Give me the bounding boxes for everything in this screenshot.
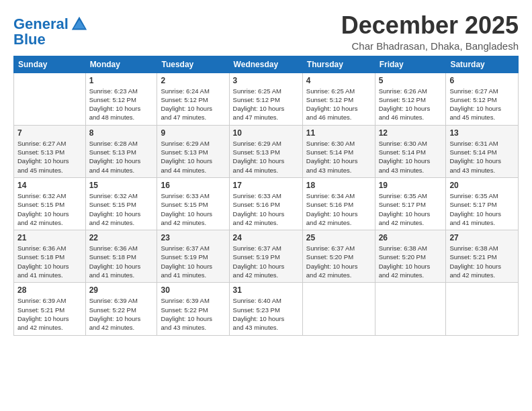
day-number: 27 (449, 233, 515, 242)
page: General Blue December 2025 Char Bhadrasa… (0, 0, 532, 342)
day-info: Sunrise: 6:30 AM Sunset: 5:14 PM Dayligh… (379, 139, 443, 175)
calendar-cell (375, 283, 446, 335)
day-number: 26 (379, 233, 443, 242)
day-number: 31 (233, 285, 299, 295)
day-info: Sunrise: 6:37 AM Sunset: 5:19 PM Dayligh… (161, 244, 225, 279)
day-number: 9 (161, 128, 225, 138)
day-number: 5 (379, 76, 443, 85)
calendar-cell: 8Sunrise: 6:28 AM Sunset: 5:13 PM Daylig… (85, 125, 157, 177)
day-number: 2 (161, 76, 225, 85)
day-info: Sunrise: 6:23 AM Sunset: 5:12 PM Dayligh… (89, 87, 154, 122)
day-info: Sunrise: 6:37 AM Sunset: 5:20 PM Dayligh… (306, 244, 371, 279)
day-number: 22 (89, 233, 154, 242)
calendar-cell: 18Sunrise: 6:34 AM Sunset: 5:16 PM Dayli… (302, 177, 375, 230)
weekday-header-friday: Friday (375, 56, 446, 73)
weekday-header-saturday: Saturday (446, 56, 519, 73)
day-info: Sunrise: 6:32 AM Sunset: 5:15 PM Dayligh… (17, 191, 82, 227)
calendar-cell: 12Sunrise: 6:30 AM Sunset: 5:14 PM Dayli… (375, 125, 446, 177)
day-info: Sunrise: 6:39 AM Sunset: 5:21 PM Dayligh… (17, 296, 82, 332)
day-number: 3 (233, 76, 299, 85)
weekday-header-sunday: Sunday (14, 56, 86, 73)
day-number: 17 (233, 181, 299, 190)
calendar-cell: 13Sunrise: 6:31 AM Sunset: 5:14 PM Dayli… (446, 125, 519, 177)
week-row-4: 21Sunrise: 6:36 AM Sunset: 5:18 PM Dayli… (14, 230, 519, 283)
day-info: Sunrise: 6:29 AM Sunset: 5:13 PM Dayligh… (161, 139, 225, 175)
day-number: 14 (17, 181, 82, 190)
calendar-cell: 17Sunrise: 6:33 AM Sunset: 5:16 PM Dayli… (229, 177, 302, 230)
location-title: Char Bhadrasan, Dhaka, Bangladesh (341, 40, 519, 52)
day-info: Sunrise: 6:33 AM Sunset: 5:16 PM Dayligh… (233, 191, 299, 227)
calendar-cell: 24Sunrise: 6:37 AM Sunset: 5:19 PM Dayli… (229, 230, 302, 283)
day-info: Sunrise: 6:35 AM Sunset: 5:17 PM Dayligh… (379, 191, 443, 227)
day-info: Sunrise: 6:30 AM Sunset: 5:14 PM Dayligh… (306, 139, 371, 175)
weekday-header-monday: Monday (85, 56, 157, 73)
day-number: 6 (449, 76, 515, 85)
day-number: 12 (379, 128, 443, 138)
day-number: 24 (233, 233, 299, 242)
week-row-1: 1Sunrise: 6:23 AM Sunset: 5:12 PM Daylig… (14, 73, 519, 125)
day-number: 25 (306, 233, 371, 242)
day-number: 23 (161, 233, 225, 242)
week-row-3: 14Sunrise: 6:32 AM Sunset: 5:15 PM Dayli… (14, 177, 519, 230)
day-info: Sunrise: 6:38 AM Sunset: 5:20 PM Dayligh… (379, 244, 443, 279)
day-info: Sunrise: 6:28 AM Sunset: 5:13 PM Dayligh… (89, 139, 154, 175)
day-info: Sunrise: 6:27 AM Sunset: 5:13 PM Dayligh… (17, 139, 82, 175)
calendar-cell: 27Sunrise: 6:38 AM Sunset: 5:21 PM Dayli… (446, 230, 519, 283)
week-row-2: 7Sunrise: 6:27 AM Sunset: 5:13 PM Daylig… (14, 125, 519, 177)
weekday-header-thursday: Thursday (302, 56, 375, 73)
day-info: Sunrise: 6:36 AM Sunset: 5:18 PM Dayligh… (17, 244, 82, 279)
month-title: December 2025 (341, 12, 519, 39)
day-info: Sunrise: 6:29 AM Sunset: 5:13 PM Dayligh… (233, 139, 299, 175)
calendar-cell: 14Sunrise: 6:32 AM Sunset: 5:15 PM Dayli… (14, 177, 86, 230)
day-number: 1 (89, 76, 154, 85)
calendar-cell: 16Sunrise: 6:33 AM Sunset: 5:15 PM Dayli… (157, 177, 229, 230)
weekday-header-row: SundayMondayTuesdayWednesdayThursdayFrid… (14, 56, 519, 73)
calendar-cell (14, 73, 86, 125)
logo-text: General (13, 16, 69, 32)
day-info: Sunrise: 6:36 AM Sunset: 5:18 PM Dayligh… (89, 244, 154, 279)
day-number: 4 (306, 76, 371, 85)
header: General Blue December 2025 Char Bhadrasa… (13, 12, 519, 52)
calendar-cell: 10Sunrise: 6:29 AM Sunset: 5:13 PM Dayli… (229, 125, 302, 177)
day-number: 28 (17, 285, 82, 295)
day-info: Sunrise: 6:40 AM Sunset: 5:23 PM Dayligh… (233, 296, 299, 332)
calendar-cell (302, 283, 375, 335)
day-number: 13 (449, 128, 515, 138)
day-info: Sunrise: 6:39 AM Sunset: 5:22 PM Dayligh… (89, 296, 154, 332)
calendar-cell: 7Sunrise: 6:27 AM Sunset: 5:13 PM Daylig… (14, 125, 86, 177)
day-info: Sunrise: 6:39 AM Sunset: 5:22 PM Dayligh… (161, 296, 225, 332)
day-number: 8 (89, 128, 154, 138)
calendar-cell: 4Sunrise: 6:25 AM Sunset: 5:12 PM Daylig… (302, 73, 375, 125)
calendar-cell: 20Sunrise: 6:35 AM Sunset: 5:17 PM Dayli… (446, 177, 519, 230)
day-info: Sunrise: 6:38 AM Sunset: 5:21 PM Dayligh… (449, 244, 515, 279)
title-section: December 2025 Char Bhadrasan, Dhaka, Ban… (341, 12, 519, 52)
calendar-cell: 15Sunrise: 6:32 AM Sunset: 5:15 PM Dayli… (85, 177, 157, 230)
day-number: 11 (306, 128, 371, 138)
day-info: Sunrise: 6:25 AM Sunset: 5:12 PM Dayligh… (306, 87, 371, 122)
calendar: SundayMondayTuesdayWednesdayThursdayFrid… (13, 56, 519, 336)
day-info: Sunrise: 6:34 AM Sunset: 5:16 PM Dayligh… (306, 191, 371, 227)
calendar-cell: 29Sunrise: 6:39 AM Sunset: 5:22 PM Dayli… (85, 283, 157, 335)
day-number: 7 (17, 128, 82, 138)
day-number: 20 (449, 181, 515, 190)
calendar-cell: 3Sunrise: 6:25 AM Sunset: 5:12 PM Daylig… (229, 73, 302, 125)
day-number: 21 (17, 233, 82, 242)
day-info: Sunrise: 6:37 AM Sunset: 5:19 PM Dayligh… (233, 244, 299, 279)
day-number: 15 (89, 181, 154, 190)
day-number: 29 (89, 285, 154, 295)
day-info: Sunrise: 6:35 AM Sunset: 5:17 PM Dayligh… (449, 191, 515, 227)
calendar-cell: 1Sunrise: 6:23 AM Sunset: 5:12 PM Daylig… (85, 73, 157, 125)
logo: General Blue (13, 15, 89, 48)
day-number: 16 (161, 181, 225, 190)
calendar-cell: 26Sunrise: 6:38 AM Sunset: 5:20 PM Dayli… (375, 230, 446, 283)
day-info: Sunrise: 6:24 AM Sunset: 5:12 PM Dayligh… (161, 87, 225, 122)
day-number: 30 (161, 285, 225, 295)
calendar-cell: 31Sunrise: 6:40 AM Sunset: 5:23 PM Dayli… (229, 283, 302, 335)
calendar-cell: 5Sunrise: 6:26 AM Sunset: 5:12 PM Daylig… (375, 73, 446, 125)
calendar-cell: 2Sunrise: 6:24 AM Sunset: 5:12 PM Daylig… (157, 73, 229, 125)
calendar-cell: 19Sunrise: 6:35 AM Sunset: 5:17 PM Dayli… (375, 177, 446, 230)
calendar-cell: 21Sunrise: 6:36 AM Sunset: 5:18 PM Dayli… (14, 230, 86, 283)
calendar-cell (446, 283, 519, 335)
day-number: 18 (306, 181, 371, 190)
calendar-cell: 22Sunrise: 6:36 AM Sunset: 5:18 PM Dayli… (85, 230, 157, 283)
